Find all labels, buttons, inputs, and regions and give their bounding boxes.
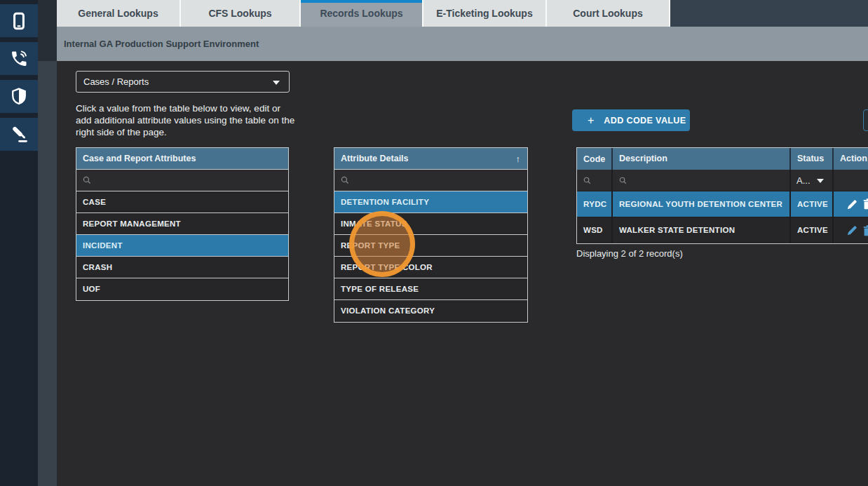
lookup-tabs: General Lookups CFS Lookups Records Look… (57, 0, 868, 27)
column-header-status[interactable]: Status (791, 148, 834, 170)
delete-trash-icon[interactable] (862, 224, 868, 237)
attributes-row-incident[interactable]: INCIDENT (76, 235, 288, 257)
status-badge: ACTIVE (791, 217, 834, 243)
tab-eticketing-lookups[interactable]: E-Ticketing Lookups (423, 0, 547, 27)
search-icon (82, 175, 92, 185)
delete-trash-icon[interactable] (862, 198, 868, 210)
column-header-code[interactable]: Code ↑ (577, 148, 613, 170)
action-filter-cell (834, 170, 868, 191)
attributes-row-report-management[interactable]: REPORT MANAGEMENT (76, 213, 288, 235)
phone-call-icon (9, 49, 29, 69)
row-actions (834, 191, 868, 217)
chevron-down-icon (817, 179, 824, 183)
sidebar-spacer (38, 0, 57, 486)
code-filter-input[interactable] (577, 170, 613, 191)
environment-banner-text: Internal GA Production Support Environme… (64, 39, 259, 49)
app-icon-rail (0, 0, 38, 486)
details-table: Attribute Details ↑ DETENTION FACILITY I… (334, 147, 528, 323)
code-values-table: Code ↑ Description Status Action (576, 147, 868, 244)
code-value-row-rydc[interactable]: RYDC REGIONAL YOUTH DETENTION CENTER ACT… (577, 191, 868, 217)
add-code-value-button[interactable]: + ADD CODE VALUE (572, 109, 690, 131)
row-actions (834, 217, 868, 243)
chevron-down-icon (273, 81, 280, 85)
details-row-detention-facility[interactable]: DETENTION FACILITY (334, 191, 527, 213)
environment-banner: Internal GA Production Support Environme… (57, 27, 868, 61)
details-row-report-type[interactable]: REPORT TYPE (334, 235, 527, 257)
clipped-edge-button[interactable] (863, 109, 868, 131)
gavel-icon (9, 125, 29, 144)
sidebar-item-mobile[interactable] (0, 4, 38, 37)
plus-icon: + (588, 114, 594, 127)
attributes-table-header: Case and Report Attributes (76, 148, 288, 170)
record-count-summary: Displaying 2 of 2 record(s) (576, 248, 683, 259)
attributes-row-crash[interactable]: CRASH (76, 257, 288, 278)
attributes-search-input[interactable] (76, 170, 288, 191)
sidebar-spacer-top (38, 0, 57, 61)
sidebar-item-court[interactable] (0, 118, 38, 151)
tab-court-lookups[interactable]: Court Lookups (547, 0, 670, 27)
column-header-description[interactable]: Description (613, 148, 791, 170)
tab-records-lookups[interactable]: Records Lookups (301, 0, 423, 27)
description-filter-input[interactable] (613, 170, 791, 191)
details-row-violation-category[interactable]: VIOLATION CATEGORY (334, 300, 527, 322)
attributes-row-uof[interactable]: UOF (76, 278, 288, 300)
instructions-text: Click a value from the table below to vi… (76, 102, 300, 138)
search-icon (618, 176, 628, 185)
sort-ascending-icon[interactable]: ↑ (516, 148, 521, 170)
tab-cfs-lookups[interactable]: CFS Lookups (181, 0, 301, 27)
details-row-type-of-release[interactable]: TYPE OF RELEASE (334, 278, 527, 300)
details-row-inmate-status[interactable]: INMATE STATUS (334, 213, 527, 235)
details-search-input[interactable] (334, 170, 527, 191)
search-icon (340, 175, 350, 185)
status-filter-dropdown[interactable]: A... (791, 170, 834, 191)
sidebar-item-calls[interactable] (0, 42, 38, 75)
code-value-row-wsd[interactable]: WSD WALKER STATE DETENTION ACTIVE (577, 217, 868, 243)
mobile-device-icon (9, 11, 29, 31)
tab-general-lookups[interactable]: General Lookups (57, 0, 181, 27)
category-dropdown[interactable]: Cases / Reports (76, 71, 290, 93)
column-header-action: Action (834, 148, 868, 170)
attributes-row-case[interactable]: CASE (76, 191, 288, 213)
attributes-table: Case and Report Attributes CASE REPORT M… (76, 147, 289, 301)
status-badge: ACTIVE (791, 191, 834, 217)
code-values-header-row: Code ↑ Description Status Action (577, 148, 868, 170)
category-dropdown-value: Cases / Reports (83, 76, 149, 87)
search-icon (583, 176, 592, 185)
details-table-header: Attribute Details ↑ (334, 148, 527, 170)
code-values-filter-row: A... (577, 170, 868, 191)
edit-pencil-icon[interactable] (846, 224, 859, 237)
details-row-report-type-color[interactable]: REPORT TYPE COLOR (334, 257, 527, 278)
edit-pencil-icon[interactable] (846, 198, 859, 211)
shield-icon (9, 87, 29, 107)
sidebar-item-security[interactable] (0, 80, 38, 113)
